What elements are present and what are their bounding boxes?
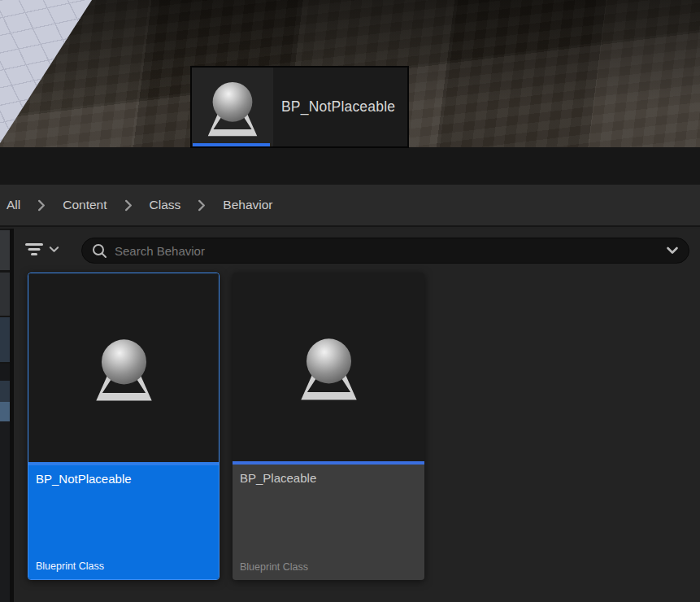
asset-type-label: Blueprint Class [240, 561, 308, 573]
filter-button[interactable] [25, 238, 67, 260]
drag-preview-thumbnail [192, 68, 273, 146]
asset-tile-footer: BP_NotPlaceable Blueprint Class [28, 465, 219, 579]
folder-tree-row[interactable] [0, 364, 10, 381]
breadcrumb-item-behavior[interactable]: Behavior [223, 198, 272, 212]
funnel-lines-icon [25, 242, 43, 256]
breadcrumb: All Content Class Behavior [0, 185, 700, 227]
breadcrumb-item-all[interactable]: All [7, 198, 20, 212]
asset-type-label: Blueprint Class [36, 561, 104, 572]
viewport-grid-plane [0, 0, 179, 147]
asset-grid: BP_NotPlaceable Blueprint Class BP_Place… [14, 270, 700, 602]
sphere-on-pedestal-icon [198, 73, 267, 142]
unreal-editor-window: BP_NotPlaceable All Content Class Behavi… [0, 0, 700, 602]
search-row [14, 229, 700, 270]
viewport-bottom-bar [0, 147, 700, 185]
drag-preview-underline [193, 143, 270, 146]
chevron-down-icon[interactable] [666, 246, 679, 255]
search-input[interactable] [115, 244, 666, 258]
breadcrumb-item-class[interactable]: Class [150, 198, 181, 212]
magnifier-icon [92, 243, 107, 259]
asset-name: BP_Placeable [240, 471, 417, 485]
breadcrumb-item-content[interactable]: Content [63, 198, 107, 212]
asset-thumbnail [28, 273, 219, 462]
asset-tile-footer: BP_Placeable Blueprint Class [233, 465, 424, 580]
chevron-down-icon [49, 246, 59, 253]
asset-view-panel: BP_NotPlaceable Blueprint Class BP_Place… [14, 229, 700, 602]
chevron-right-icon [124, 199, 133, 212]
folder-tree-row-selected[interactable] [0, 402, 10, 421]
folder-tree-row[interactable] [0, 230, 10, 270]
folder-tree-empty [0, 421, 10, 602]
folder-tree-row[interactable] [0, 317, 10, 362]
search-box[interactable] [81, 238, 689, 264]
folder-tree-row[interactable] [0, 381, 10, 402]
sphere-on-pedestal-icon [85, 329, 163, 407]
content-browser-lower: BP_NotPlaceable Blueprint Class BP_Place… [0, 229, 700, 602]
asset-tile-bp-notplaceable[interactable]: BP_NotPlaceable Blueprint Class [28, 273, 220, 580]
chevron-right-icon [37, 199, 46, 212]
sphere-on-pedestal-icon [290, 329, 367, 406]
chevron-right-icon [198, 199, 206, 212]
drag-preview-label: BP_NotPlaceable [273, 68, 407, 146]
asset-thumbnail [233, 273, 424, 461]
asset-tile-bp-placeable[interactable]: BP_Placeable Blueprint Class [233, 273, 424, 580]
asset-name: BP_NotPlaceable [36, 472, 211, 486]
folder-tree-row[interactable] [0, 273, 10, 316]
drag-preview-tooltip: BP_NotPlaceable [190, 66, 409, 148]
folder-tree-sliver [0, 229, 10, 602]
